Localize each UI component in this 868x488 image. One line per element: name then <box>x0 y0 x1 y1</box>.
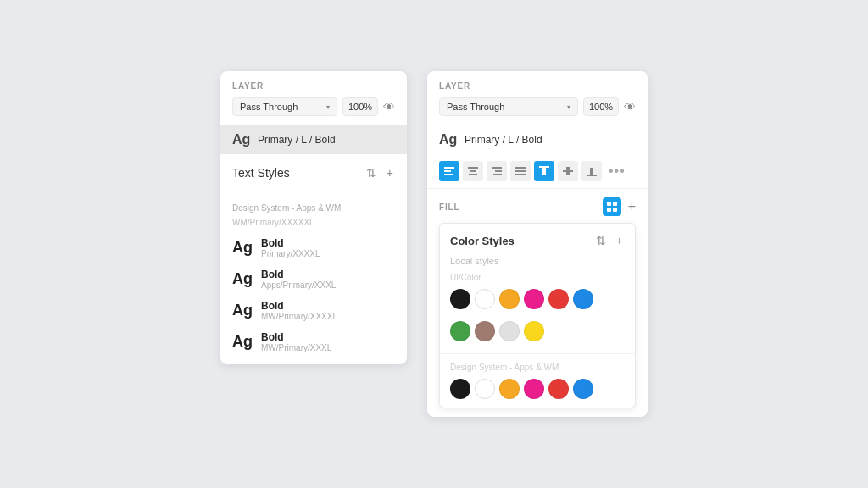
svg-rect-9 <box>515 167 526 169</box>
text-styles-actions: ⇅ + <box>364 164 395 181</box>
color-styles-header-actions: ⇅ + <box>594 232 625 249</box>
ui-color-label: UI/Color <box>440 271 635 286</box>
blend-mode-select-left[interactable]: Pass Through ▾ <box>232 97 337 116</box>
opacity-input-right[interactable]: 100% <box>583 97 619 116</box>
svg-rect-13 <box>542 168 546 175</box>
add-color-btn[interactable]: + <box>615 232 625 249</box>
svg-rect-17 <box>590 168 593 175</box>
style-info-1: Bold Primary/XXXXL <box>261 237 320 258</box>
blend-mode-value-right: Pass Through <box>447 102 504 112</box>
color-styles-header: Color Styles ⇅ + <box>440 224 635 254</box>
color-swatch[interactable] <box>548 379 569 399</box>
selected-layer-row-left[interactable]: Ag Primary / L / Bold <box>220 125 407 154</box>
local-styles-label: Local styles <box>440 254 635 271</box>
ag-icon-1: Ag <box>232 239 253 257</box>
color-swatch[interactable] <box>499 379 520 399</box>
color-swatch[interactable] <box>548 289 569 309</box>
divider <box>440 353 635 354</box>
style-weight-1: Bold <box>261 237 320 249</box>
valign-middle-btn[interactable] <box>558 161 578 181</box>
color-swatch[interactable] <box>450 289 470 309</box>
style-path-3: MW/Primary/XXXXL <box>261 312 337 321</box>
svg-rect-1 <box>444 170 451 172</box>
opacity-input-left[interactable]: 100% <box>342 97 378 116</box>
fill-label: FILL <box>439 202 459 212</box>
style-info-3: Bold MW/Primary/XXXXL <box>261 300 337 321</box>
ag-icon-3: Ag <box>232 302 253 319</box>
color-swatch[interactable] <box>475 289 495 309</box>
fill-actions: + <box>603 197 636 216</box>
right-panel: LAYER Pass Through ▾ 100% 👁 Ag Primary /… <box>427 71 648 417</box>
color-swatch[interactable] <box>524 289 544 309</box>
color-swatch[interactable] <box>499 289 520 309</box>
style-weight-3: Bold <box>261 300 337 312</box>
style-info-4: Bold MW/Primary/XXXL <box>261 331 331 352</box>
svg-rect-20 <box>607 208 611 212</box>
layer-controls-right: Pass Through ▾ 100% 👁 <box>439 97 636 116</box>
add-fill-btn[interactable]: + <box>628 199 636 214</box>
layer-section-left: LAYER Pass Through ▾ 100% 👁 <box>220 71 407 125</box>
ag-icon-4: Ag <box>232 333 253 351</box>
layer-controls-left: Pass Through ▾ 100% 👁 <box>232 97 395 116</box>
svg-rect-21 <box>613 208 617 212</box>
blend-mode-select-right[interactable]: Pass Through ▾ <box>439 97 578 116</box>
valign-bottom-btn[interactable] <box>581 161 602 181</box>
text-styles-panel: Text Styles ⇅ + Design System - Apps & W… <box>220 154 407 364</box>
chevron-down-icon-right: ▾ <box>567 103 570 111</box>
list-item[interactable]: Ag Bold Primary/XXXXL <box>220 232 407 263</box>
visibility-icon-right[interactable]: 👁 <box>624 100 636 114</box>
svg-rect-3 <box>468 167 478 169</box>
svg-rect-2 <box>444 174 453 175</box>
svg-rect-16 <box>587 175 597 176</box>
selected-layer-row-right[interactable]: Ag Primary / L / Bold <box>427 125 648 154</box>
fill-section: FILL + Color Styles ⇅ + Local sty <box>427 188 648 417</box>
visibility-icon-left[interactable]: 👁 <box>383 100 395 114</box>
svg-rect-5 <box>469 174 477 175</box>
svg-rect-6 <box>492 167 502 169</box>
color-grid-row2 <box>440 318 635 350</box>
color-swatch[interactable] <box>475 379 495 399</box>
color-swatch[interactable] <box>499 321 520 341</box>
layer-name-right: Primary / L / Bold <box>465 134 542 146</box>
valign-top-btn[interactable] <box>534 161 554 181</box>
layer-name-left: Primary / L / Bold <box>258 134 336 146</box>
layer-label-right: LAYER <box>439 81 636 91</box>
color-grid-row1 <box>440 286 635 318</box>
color-swatch[interactable] <box>450 379 470 399</box>
align-center-btn[interactable] <box>463 161 483 181</box>
color-swatch[interactable] <box>573 289 593 309</box>
design-system-label: Design System - Apps & WM <box>440 358 635 375</box>
svg-rect-11 <box>515 174 526 175</box>
more-options-icon[interactable]: ••• <box>609 164 626 179</box>
svg-rect-0 <box>444 167 454 169</box>
grid-icon-btn[interactable] <box>603 197 621 216</box>
list-item[interactable]: Ag Bold MW/Primary/XXXXL <box>220 295 407 326</box>
color-swatch[interactable] <box>524 321 544 341</box>
style-subgroup-label-1: WM/Primary/XXXXXL <box>220 216 407 232</box>
align-right-btn[interactable] <box>487 161 507 181</box>
align-row: ••• <box>427 154 648 188</box>
style-group-label-1: Design System - Apps & WM <box>220 197 407 216</box>
list-item[interactable]: Ag Bold Apps/Primary/XXXL <box>220 263 407 295</box>
svg-rect-4 <box>470 170 476 172</box>
list-item[interactable]: Ag Bold MW/Primary/XXXL <box>220 326 407 358</box>
chevron-down-icon-left: ▾ <box>326 103 330 111</box>
color-swatch[interactable] <box>475 321 495 341</box>
svg-rect-19 <box>613 202 617 206</box>
color-swatch[interactable] <box>573 379 593 399</box>
left-panel: LAYER Pass Through ▾ 100% 👁 Ag Primary /… <box>220 71 407 364</box>
align-left-btn[interactable] <box>439 161 459 181</box>
color-swatch[interactable] <box>450 321 470 341</box>
svg-rect-15 <box>566 167 570 175</box>
align-justify-btn[interactable] <box>510 161 531 181</box>
color-styles-title: Color Styles <box>450 235 515 247</box>
color-swatch[interactable] <box>524 379 544 399</box>
layer-section-right: LAYER Pass Through ▾ 100% 👁 <box>427 71 648 125</box>
style-path-4: MW/Primary/XXXL <box>261 343 331 352</box>
color-filter-btn[interactable]: ⇅ <box>594 232 608 249</box>
ag-icon-2: Ag <box>232 270 253 288</box>
style-weight-2: Bold <box>261 269 336 280</box>
filter-icon-btn[interactable]: ⇅ <box>364 164 378 181</box>
add-style-btn[interactable]: + <box>385 164 395 181</box>
text-styles-title: Text Styles <box>232 166 290 180</box>
